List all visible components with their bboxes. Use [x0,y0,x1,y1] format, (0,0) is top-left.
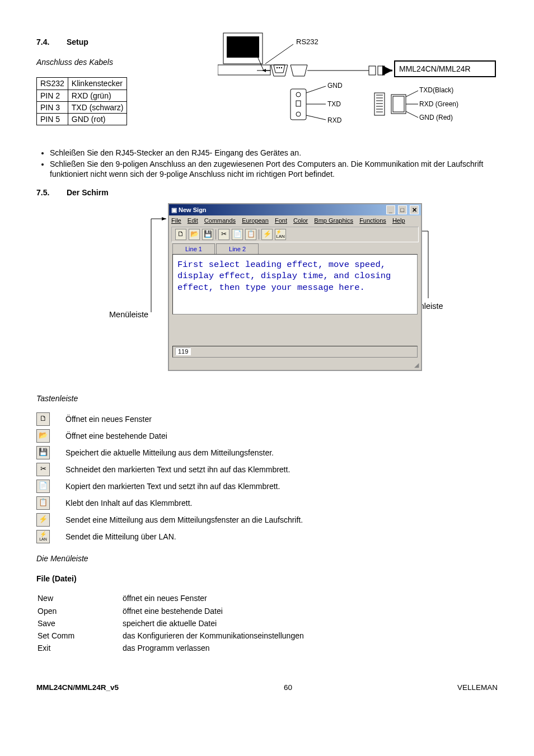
send-icon[interactable]: ⚡ [261,229,273,240]
device-label: MML24CN/MML24R [399,64,471,73]
list-item: ⚡Sendet eine Mitteilung aus dem Mitteilu… [36,513,498,527]
table-row: RS232Klinkenstecker [37,78,127,90]
svg-line-22 [306,86,326,93]
svg-point-21 [296,112,301,116]
cmd: Open [38,605,121,617]
open-icon: 📂 [36,429,50,443]
section-7-5-title: Der Schirm [67,188,109,197]
desc: öffnet ein neues Fenster [123,593,304,604]
cell: PIN 2 [37,90,68,101]
desc: Speichert die aktuelle Mitteilung aus de… [65,448,274,458]
pin-table: RS232Klinkenstecker PIN 2RXD (grün) PIN … [36,77,127,125]
cmd: Save [38,618,121,629]
cmd: Set Comm [38,630,121,641]
maximize-icon[interactable]: □ [398,205,407,214]
svg-rect-1 [227,36,259,58]
gnd-red-label: GND (Red) [419,114,453,121]
cut-icon: ✂ [36,463,50,476]
statusbar: 119 [172,346,418,357]
menuleiste-heading: Die Menüleiste [36,553,498,564]
cell: PIN 3 [37,101,68,113]
desc: Öffnet eine bestehende Datei [65,431,167,441]
list-item: ✂Schneidet den markierten Text und setzt… [36,463,498,476]
desc: Öffnet ein neues Fenster [65,414,152,424]
menu-item[interactable]: File [171,217,181,224]
list-item: 📋Klebt den Inhalt auf das Klemmbrett. [36,496,498,510]
table-row: Openöffnet eine bestehende Datei [38,605,304,617]
menu-item[interactable]: Edit [188,217,198,224]
paste-icon[interactable]: 📋 [245,229,256,240]
desc: Klebt den Inhalt auf das Klemmbrett. [65,498,192,508]
svg-rect-2 [218,65,270,75]
section-7-4-num: 7.4. [36,37,64,47]
close-icon[interactable]: ✕ [410,205,419,214]
svg-line-37 [406,111,418,118]
table-row: Newöffnet ein neues Fenster [38,593,304,604]
section-7-5: 7.5. Der Schirm [36,187,498,198]
svg-marker-12 [291,65,307,76]
message-area[interactable]: First select leading effect, move speed,… [172,254,418,314]
menu-item[interactable]: Commands [204,217,236,224]
desc: öffnet eine bestehende Datei [123,605,304,617]
cell: RXD (grün) [68,90,127,101]
cell: PIN 5 [37,113,68,125]
desc: Kopiert den markierten Text und setzt ih… [65,481,280,491]
send-lan-icon: ⚡LAN [36,530,50,543]
minimize-icon[interactable]: _ [386,205,395,214]
rxd-label: RXD [327,116,342,124]
toolbar-legend: 🗋Öffnet ein neues Fenster 📂Öffnet eine b… [36,412,498,543]
menu-item[interactable]: Help [392,217,405,224]
page-number: 60 [284,683,292,693]
callout-menuleiste: Menüleiste [109,309,148,320]
desc: speichert die aktuelle Datei [123,618,304,629]
desc: Sendet die Mitteilung über LAN. [65,532,176,542]
menubar: File Edit Commands European Font Color B… [169,215,421,226]
svg-point-10 [281,67,282,68]
bullet-item: Schließen Sie den 9-poligen Anschluss an… [50,159,498,179]
tab-line1[interactable]: Line 1 [172,243,215,254]
paste-icon: 📋 [36,496,50,510]
list-item: 📂Öffnet eine bestehende Datei [36,429,498,443]
list-item: 💾Speichert die aktuelle Mitteilung aus d… [36,446,498,459]
svg-line-24 [306,115,326,120]
svg-point-19 [296,92,301,97]
list-item: 🗋Öffnet ein neues Fenster [36,412,498,426]
desc: das Konfigurieren der Kommunikationseins… [123,630,304,641]
char-count: 119 [175,348,191,355]
desc: Sendet eine Mitteilung aus dem Mitteilun… [65,515,303,525]
rs232-label: RS232 [296,37,318,46]
software-window: ▣ New Sign _ □ ✕ File Edit Commands Euro… [168,203,422,371]
table-row: PIN 2RXD (grün) [37,90,127,101]
desc: Schneidet den markierten Text und setzt … [65,464,290,475]
new-icon: 🗋 [36,412,50,426]
svg-marker-6 [271,65,288,76]
file-heading: File (Datei) [36,574,498,584]
setup-bullets: Schleißen Sie den RJ45-Stecker an den RJ… [36,148,498,180]
menu-item[interactable]: Font [275,217,287,224]
app-icon: ▣ [171,206,177,213]
save-icon[interactable]: 💾 [202,229,213,240]
cell: TXD (schwarz) [68,101,127,113]
txd-black-label: TXD(Black) [419,86,453,94]
open-icon[interactable]: 📂 [189,229,200,240]
footer: MML24CN/MML24R_v5 60 VELLEMAN [36,683,498,693]
send-icon: ⚡ [36,513,50,527]
section-7-5-num: 7.5. [36,187,64,198]
menu-item[interactable]: Color [293,217,308,224]
menu-item[interactable]: Functions [359,217,386,224]
copy-icon[interactable]: 📄 [232,229,243,240]
cut-icon[interactable]: ✂ [218,229,229,240]
svg-point-8 [277,67,278,68]
tab-line2[interactable]: Line 2 [216,243,259,254]
send-lan-icon[interactable]: ⚡LAN [275,229,286,240]
menu-item[interactable]: Bmp Graphics [314,217,353,224]
svg-rect-34 [393,96,404,112]
list-item: 📄Kopiert den markierten Text und setzt i… [36,480,498,493]
desc: das Programm verlassen [123,642,304,654]
gnd-label: GND [327,82,343,90]
new-icon[interactable]: 🗋 [175,229,186,240]
menu-item[interactable]: European [242,217,269,224]
cell: GND (rot) [68,113,127,125]
table-row: PIN 5GND (rot) [37,113,127,125]
resize-grip[interactable]: ◢ [169,361,421,370]
